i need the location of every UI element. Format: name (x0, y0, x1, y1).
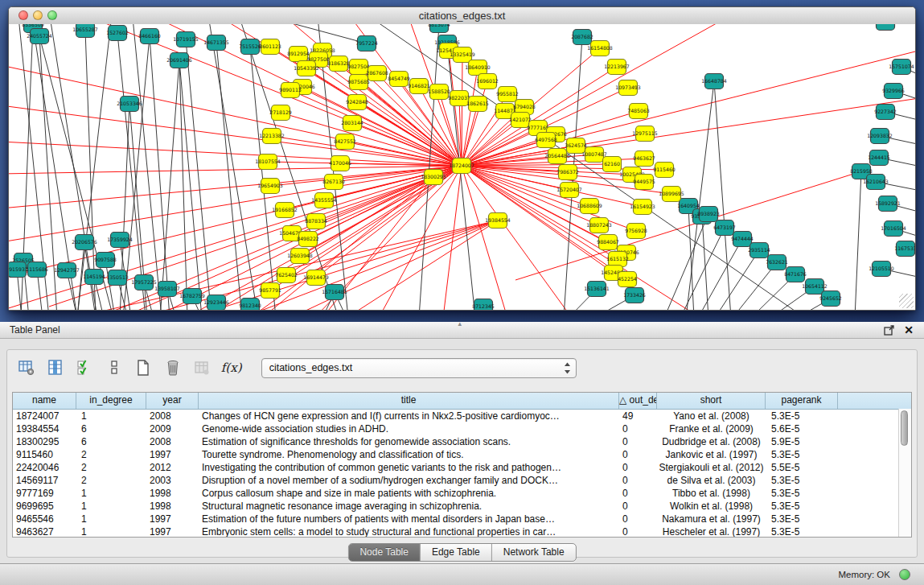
graph-node[interactable]: 18807243 (586, 218, 612, 233)
graph-edge[interactable] (9, 142, 462, 166)
graph-node[interactable]: 16210643 (863, 175, 889, 190)
graph-node[interactable]: 10719155 (173, 32, 199, 47)
graph-node[interactable]: 9146821 (408, 79, 430, 94)
graph-node[interactable]: 9449575 (633, 175, 655, 190)
graph-node[interactable]: 62160 (603, 157, 622, 172)
graph-edge[interactable] (419, 25, 439, 310)
graph-node[interactable]: 8186328 (327, 56, 350, 72)
zoom-window-button[interactable] (47, 10, 57, 20)
graph-edge[interactable] (855, 171, 861, 310)
table-row[interactable]: 1872400712008Changes of HCN gene express… (13, 410, 911, 422)
graph-node[interactable]: 1244415 (868, 150, 890, 166)
graph-node[interactable]: 10543392 (294, 61, 319, 76)
graph-node[interactable]: 20564486 (544, 149, 570, 164)
close-window-button[interactable] (18, 10, 28, 20)
graph-edge[interactable] (714, 81, 731, 310)
graph-node[interactable]: 8912954 (287, 47, 310, 62)
graph-node[interactable]: 10655287 (72, 24, 98, 38)
graph-node[interactable]: 1615132 (606, 252, 629, 267)
graph-node[interactable]: 7515526 (239, 39, 261, 55)
table-row[interactable]: 1830029562008Estimation of significance … (13, 435, 911, 448)
graph-node[interactable]: 17359924 (107, 233, 133, 248)
graph-node[interactable]: 12975115 (632, 126, 658, 142)
graph-node[interactable]: 12213382 (259, 129, 285, 144)
graph-node[interactable]: 1167533 (894, 241, 915, 257)
graph-node[interactable]: 9463627 (633, 151, 655, 167)
graph-edge[interactable] (179, 60, 187, 310)
graph-node[interactable]: 15751074 (889, 60, 914, 75)
table-row[interactable]: 946554611997Estimation of the future num… (13, 513, 911, 525)
graph-node[interactable]: 9245652 (819, 291, 842, 307)
graph-node[interactable]: 8878334 (305, 214, 327, 229)
graph-node[interactable]: 16782759 (179, 289, 205, 304)
graph-node[interactable]: 6473197 (713, 220, 736, 236)
graph-node[interactable]: 8427552 (334, 134, 356, 150)
graph-node[interactable]: 9884067 (597, 235, 619, 250)
graph-node[interactable]: 9227342 (874, 105, 897, 120)
graph-node[interactable]: 2718129 (269, 105, 292, 121)
graph-edge[interactable] (715, 250, 759, 310)
graph-node[interactable]: 2087682 (571, 30, 593, 45)
graph-node[interactable]: 12105510 (869, 262, 894, 277)
graph-edge[interactable] (462, 55, 462, 166)
graph-node[interactable]: 2935114 (748, 243, 770, 258)
graph-node[interactable]: 12093832 (867, 129, 893, 144)
graph-node[interactable]: 8267130 (322, 175, 345, 190)
column-header[interactable]: in_degree (76, 393, 146, 409)
graph-node[interactable]: 8813074 (428, 24, 450, 33)
graph-edge[interactable] (123, 36, 150, 310)
table-row[interactable]: 977716911998Corpus callosum shape and si… (13, 487, 911, 500)
graph-edge[interactable] (664, 214, 708, 310)
minimize-window-button[interactable] (33, 10, 43, 20)
graph-node[interactable]: 10899695 (659, 187, 684, 202)
column-header[interactable]: short (657, 393, 766, 409)
table-settings-icon[interactable] (15, 357, 37, 378)
graph-node[interactable]: 9955812 (496, 87, 519, 102)
graph-node[interactable]: 8712345 (472, 299, 495, 311)
graph-node[interactable]: 15892921 (875, 196, 901, 212)
scrollbar-thumb[interactable] (901, 410, 908, 446)
row-height-icon[interactable] (103, 357, 125, 378)
graph-node[interactable]: 12942757 (54, 263, 80, 278)
graph-node[interactable]: 1588520 (428, 84, 450, 100)
graph-node[interactable]: 9329966 (882, 84, 905, 99)
column-header[interactable]: title (199, 393, 619, 409)
import-table-icon[interactable] (191, 357, 213, 378)
graph-node[interactable]: 1696012 (476, 74, 499, 89)
graph-node[interactable]: 6497568 (535, 133, 557, 148)
graph-node[interactable]: 8466160 (138, 29, 161, 44)
graph-edge[interactable] (272, 136, 462, 166)
graph-node[interactable]: 7986372 (556, 165, 579, 180)
graph-node[interactable]: 1350513 (106, 270, 129, 286)
graph-node[interactable]: 19654903 (257, 179, 283, 194)
column-header[interactable]: pagerank (766, 393, 838, 409)
graph-node[interactable]: 12213967 (604, 60, 630, 75)
graph-node[interactable]: 19166852 (272, 203, 298, 218)
graph-edge[interactable] (160, 60, 179, 310)
column-header[interactable]: year (146, 393, 199, 409)
graph-node[interactable]: 13958107 (154, 282, 180, 297)
graph-node[interactable]: 9890113 (279, 83, 302, 98)
graph-node[interactable]: 18107554 (255, 154, 281, 170)
graph-node[interactable]: 17016504 (881, 221, 906, 237)
graph-edge[interactable] (698, 239, 742, 310)
close-panel-icon[interactable]: ✕ (904, 323, 914, 338)
graph-node[interactable]: 9115460 (653, 163, 676, 178)
table-row[interactable]: 2242004622012Investigating the contribut… (13, 461, 911, 474)
graph-edge[interactable] (462, 120, 520, 166)
graph-node[interactable]: 1115686 (26, 262, 48, 278)
table-row[interactable]: 1938455462009Genome-wide association stu… (13, 422, 911, 435)
graph-node[interactable]: 1862615 (466, 97, 489, 112)
graph-node[interactable]: 452254 (618, 272, 637, 287)
column-header[interactable]: △ out_de… (619, 393, 657, 409)
graph-edge[interactable] (680, 228, 725, 310)
select-columns-icon[interactable] (74, 357, 96, 378)
graph-edge[interactable] (9, 166, 462, 278)
graph-node[interactable]: 8938923 (697, 207, 720, 222)
table-row[interactable]: 969969511998Structural magnetic resonanc… (13, 500, 911, 513)
graph-node[interactable]: 4170046 (329, 156, 351, 171)
tab-node-table[interactable]: Node Table (348, 544, 421, 561)
graph-node[interactable]: 2803144 (341, 116, 363, 131)
graph-node[interactable]: 16154808 (587, 41, 613, 56)
column-header[interactable]: name (13, 393, 76, 409)
